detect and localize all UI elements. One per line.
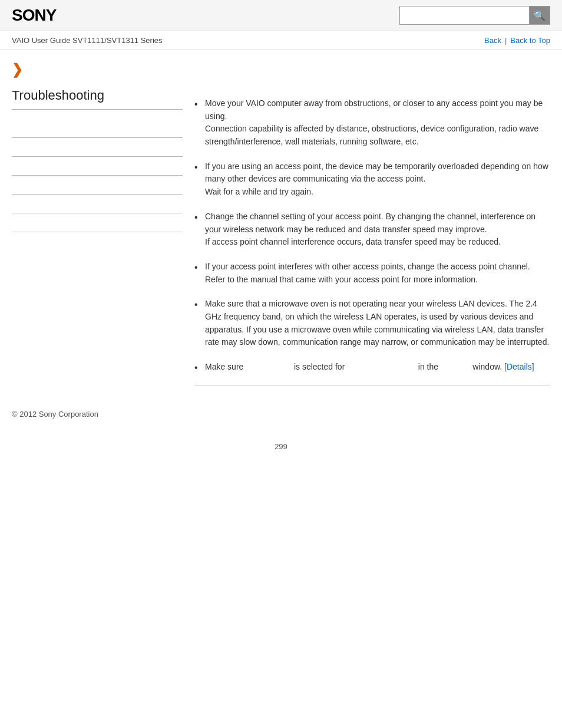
page-number: 299 — [0, 442, 562, 451]
nav-separator: | — [505, 36, 507, 45]
content-divider — [194, 386, 550, 386]
bullet-text-make-sure: Make sure is selected for in the window.… — [205, 362, 534, 371]
list-item: Change the channel setting of your acces… — [194, 210, 550, 249]
bullet-list: Move your VAIO computer away from obstru… — [194, 97, 550, 374]
main-layout: ❯ Troubleshooting Move your VAIO compute… — [0, 50, 562, 398]
page-header: SONY 🔍 — [0, 0, 562, 31]
back-link[interactable]: Back — [484, 36, 501, 45]
chevron-icon: ❯ — [12, 61, 22, 78]
copyright-text: © 2012 Sony Corporation — [12, 410, 98, 419]
sidebar-items — [12, 119, 183, 232]
details-link[interactable]: [Details] — [504, 362, 534, 371]
search-button[interactable]: 🔍 — [529, 6, 550, 25]
guide-title: VAIO User Guide SVT1111/SVT1311 Series — [12, 36, 163, 45]
footer: © 2012 Sony Corporation — [0, 398, 562, 424]
bullet-text: Move your VAIO computer away from obstru… — [205, 98, 543, 146]
list-item: If your access point interferes with oth… — [194, 261, 550, 286]
section-title: Troubleshooting — [12, 88, 183, 110]
sidebar: ❯ Troubleshooting — [12, 62, 183, 386]
sidebar-item[interactable] — [12, 195, 183, 213]
search-area: 🔍 — [399, 6, 550, 25]
sony-logo: SONY — [12, 6, 56, 25]
sidebar-item[interactable] — [12, 119, 183, 138]
bullet-text: If your access point interferes with oth… — [205, 262, 530, 284]
sidebar-item[interactable] — [12, 176, 183, 195]
search-icon: 🔍 — [534, 10, 546, 21]
list-item: Make sure is selected for in the window.… — [194, 361, 550, 374]
sidebar-item[interactable] — [12, 213, 183, 232]
sidebar-item[interactable] — [12, 138, 183, 157]
list-item: Make sure that a microwave oven is not o… — [194, 298, 550, 349]
list-item: Move your VAIO computer away from obstru… — [194, 97, 550, 149]
list-item: If you are using an access point, the de… — [194, 160, 550, 199]
sidebar-item[interactable] — [12, 157, 183, 176]
sub-header: VAIO User Guide SVT1111/SVT1311 Series B… — [0, 31, 562, 50]
bullet-text: Change the channel setting of your acces… — [205, 212, 535, 246]
nav-links: Back | Back to Top — [484, 36, 550, 45]
content-area: Move your VAIO computer away from obstru… — [194, 62, 550, 386]
search-input[interactable] — [399, 6, 529, 25]
bullet-text: Make sure that a microwave oven is not o… — [205, 299, 549, 347]
bullet-text: If you are using an access point, the de… — [205, 162, 548, 196]
back-to-top-link[interactable]: Back to Top — [510, 36, 550, 45]
